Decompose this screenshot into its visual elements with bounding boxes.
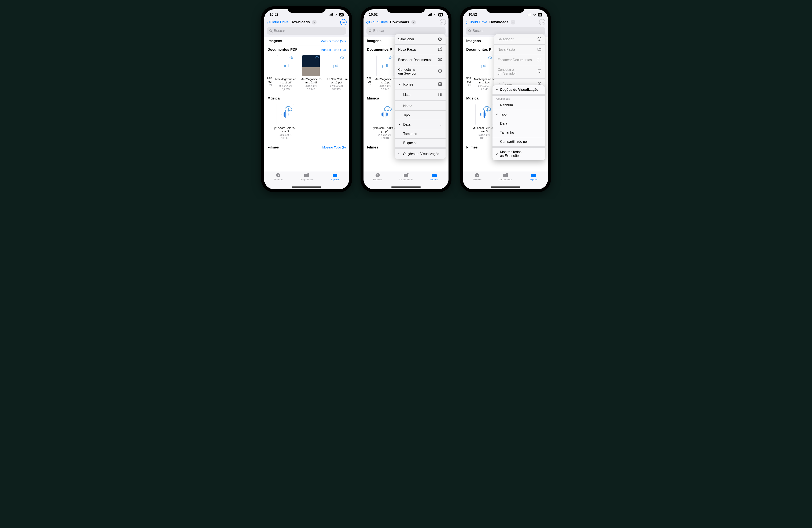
svg-point-40 — [438, 95, 439, 96]
pdf-thumbnail: pdf — [376, 55, 394, 76]
menu-view-icons[interactable]: Ícones — [395, 79, 446, 90]
search-icon — [368, 29, 372, 32]
menu-view-options[interactable]: Opções de Visualização — [395, 149, 446, 159]
section-title: Documentos PDF — [267, 47, 298, 52]
tab-recents[interactable]: Recentes — [363, 172, 392, 189]
pdf-thumbnail: pdf — [328, 55, 345, 76]
menu-scan-documents[interactable]: Escanear Documentos — [395, 55, 446, 65]
phone-3: 10:52 96 ‹iCloud Drive Downloads Buscar … — [460, 6, 551, 192]
file-item[interactable]: zineodf21 — [463, 55, 472, 91]
svg-rect-0 — [329, 15, 330, 16]
clock-icon — [275, 172, 281, 178]
menu-connect-server: Conectar a um Servidor — [494, 65, 545, 79]
menu-sort-tags[interactable]: Etiquetas — [395, 138, 446, 149]
menu-scan-documents: Escanear Documentos — [494, 55, 545, 65]
file-item[interactable]: pdf The New York Times...2.pdf 07/11/202… — [324, 55, 349, 91]
more-button[interactable] — [440, 19, 446, 25]
audio-thumbnail — [376, 104, 393, 125]
home-indicator[interactable] — [292, 186, 321, 187]
file-item[interactable]: MacMagazine.com....ã.pdf 08/02/2021 5,2 … — [299, 55, 324, 91]
search-field[interactable]: Buscar — [366, 27, 446, 35]
svg-rect-46 — [530, 14, 530, 16]
group-by-date[interactable]: Data — [492, 119, 545, 128]
server-icon — [438, 69, 442, 74]
show-all-link[interactable]: Mostrar Tudo (9) — [322, 146, 346, 149]
show-all-link[interactable]: Mostrar Tudo (13) — [321, 48, 346, 51]
cloud-download-icon — [289, 56, 293, 60]
chevron-down-icon: ⌄ — [439, 122, 442, 126]
file-item[interactable]: pdf MacMagazine.com....2.pdf 08/02/2021 … — [273, 55, 299, 91]
file-item[interactable]: yt1s.com - AirPo...y.mp3 23/03/2021 109 … — [273, 104, 298, 140]
show-all-link[interactable]: Mostrar Tudo (54) — [321, 39, 346, 43]
section-header-pdf: Documentos PDF Mostrar Tudo (13) — [264, 45, 349, 54]
tab-recents[interactable]: Recentes — [463, 172, 491, 189]
group-by-none[interactable]: Nenhum — [492, 101, 545, 110]
more-button[interactable] — [539, 19, 545, 25]
search-field[interactable]: Buscar — [466, 27, 545, 35]
group-by-type[interactable]: Tipo — [492, 110, 545, 119]
title-dropdown-button[interactable] — [411, 20, 416, 25]
show-all-extensions[interactable]: Mostrar Todas as Extensões — [492, 148, 545, 160]
chevron-left-icon: ‹ — [267, 19, 269, 25]
svg-line-19 — [371, 31, 372, 32]
view-options-submenu: Opções de Visualização Agrupar por: Nenh… — [492, 85, 545, 160]
tab-browse[interactable]: Explorar — [520, 172, 548, 189]
context-menu-dimmed: Selecionar Nova Pasta Escanear Documento… — [494, 34, 545, 90]
menu-sort-type[interactable]: Tipo — [395, 111, 446, 120]
submenu-title[interactable]: Opções de Visualização — [492, 85, 545, 96]
file-item[interactable]: pdf MacMagazine.com....2.po 08/02/2021 5… — [372, 55, 398, 91]
folder-person-icon — [403, 172, 409, 178]
search-field[interactable]: Buscar — [267, 27, 346, 35]
back-button[interactable]: ‹iCloud Drive — [465, 19, 487, 25]
group-by-size[interactable]: Tamanho — [492, 128, 545, 137]
svg-rect-29 — [438, 70, 441, 72]
new-folder-icon — [537, 47, 541, 52]
folder-person-icon — [304, 172, 309, 178]
svg-rect-17 — [431, 13, 432, 16]
select-circle-icon — [537, 37, 541, 42]
title-dropdown-button[interactable] — [312, 20, 317, 25]
svg-rect-61 — [540, 82, 541, 84]
section-header-filmes: Filmes Mostrar Tudo (9) — [264, 143, 349, 152]
wifi-icon — [533, 13, 536, 16]
menu-view-list[interactable]: Lista — [395, 90, 446, 101]
notch — [288, 6, 325, 13]
list-icon — [438, 92, 442, 97]
file-item[interactable]: pdf MacMagazine.com....2.pc 08/02/2021 5… — [472, 55, 497, 91]
ellipsis-icon — [540, 22, 544, 22]
menu-sort-size[interactable]: Tamanho — [395, 129, 446, 138]
battery-indicator: 96 — [538, 13, 542, 16]
title-dropdown-button[interactable] — [511, 20, 515, 25]
file-item[interactable]: zineodf21 — [363, 55, 372, 91]
folder-person-icon — [503, 172, 508, 178]
content-scroll[interactable]: Imagens Mostrar Tudo (54) Documentos PDF… — [264, 37, 349, 171]
status-time: 10:52 — [270, 13, 278, 16]
cloud-download-icon — [340, 56, 344, 60]
svg-rect-57 — [538, 70, 541, 72]
battery-indicator: 96 — [339, 13, 344, 16]
home-indicator[interactable] — [491, 186, 520, 187]
svg-rect-2 — [331, 14, 332, 16]
home-indicator[interactable] — [391, 186, 421, 187]
svg-point-65 — [506, 173, 508, 175]
svg-rect-3 — [332, 13, 333, 16]
back-button[interactable]: ‹iCloud Drive — [366, 19, 388, 25]
tab-recents[interactable]: Recentes — [264, 172, 292, 189]
section-header-musica: Música — [264, 94, 349, 103]
menu-sort-name[interactable]: Nome — [395, 101, 446, 111]
tab-browse[interactable]: Explorar — [321, 172, 349, 189]
tab-browse[interactable]: Explorar — [420, 172, 449, 189]
group-by-shared[interactable]: Compartilhado por — [492, 137, 545, 148]
back-button[interactable]: ‹ iCloud Drive — [267, 19, 288, 25]
notch — [387, 6, 425, 13]
menu-select[interactable]: Selecionar — [395, 34, 446, 45]
file-item[interactable]: zine odf 21 — [264, 55, 273, 91]
cloud-download-icon — [389, 56, 393, 60]
menu-new-folder[interactable]: Nova Pasta — [395, 45, 446, 55]
more-button[interactable] — [340, 19, 347, 25]
chevron-left-icon: ‹ — [465, 19, 467, 25]
cloud-download-icon — [285, 105, 293, 113]
file-item[interactable]: yt1s.com - AirPo...y.mp3 23/03/2021 109 … — [372, 104, 397, 140]
menu-connect-server[interactable]: Conectar a um Servidor — [395, 65, 446, 79]
menu-sort-date[interactable]: Data⌄ — [395, 120, 446, 129]
